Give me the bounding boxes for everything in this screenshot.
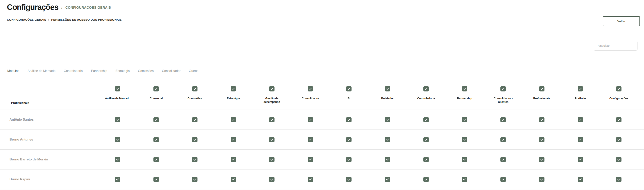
permission-checkbox-antonio-santos-controladoria[interactable]: [424, 117, 429, 122]
back-button[interactable]: Voltar: [603, 16, 640, 26]
permission-checkbox-bruno-barreto-de-morais-consolidador-clientes[interactable]: [500, 157, 506, 162]
breadcrumb-current: PERMISSÕES DE ACESSO DOS PROFISSIONAIS: [51, 18, 122, 21]
column-header-profissionais: Profissionais: [11, 101, 29, 104]
search-input[interactable]: [594, 41, 638, 51]
permission-checkbox-bruno-barreto-de-morais-partnership[interactable]: [462, 157, 467, 162]
permission-checkbox-bruno-antunes-configuracoes[interactable]: [616, 137, 622, 142]
select-all-checkbox-boletador[interactable]: [385, 86, 390, 92]
permission-checkbox-bruno-rapini-estrategia[interactable]: [231, 177, 236, 182]
header-col-bi: BI: [330, 77, 368, 109]
permission-checkbox-antonio-santos-bi[interactable]: [346, 117, 352, 122]
permission-checkbox-antonio-santos-partnership[interactable]: [462, 117, 467, 122]
tab-analise-de-mercado[interactable]: Análise de Mercado: [23, 65, 60, 77]
permission-checkbox-antonio-santos-configuracoes[interactable]: [616, 117, 622, 122]
permission-checkbox-bruno-rapini-consolidador[interactable]: [308, 177, 313, 182]
permission-checkbox-bruno-rapini-consolidador-clientes[interactable]: [500, 177, 506, 182]
permission-cell: [291, 150, 330, 169]
select-all-checkbox-analise-de-mercado[interactable]: [115, 86, 120, 92]
select-all-checkbox-consolidador[interactable]: [308, 86, 313, 92]
permission-checkbox-bruno-barreto-de-morais-configuracoes[interactable]: [616, 157, 622, 162]
permission-checkbox-bruno-barreto-de-morais-comercial[interactable]: [154, 157, 159, 162]
permission-checkbox-bruno-rapini-partnership[interactable]: [462, 177, 467, 182]
permission-cell: [214, 130, 252, 149]
tab-controladoria[interactable]: Controladoria: [60, 65, 87, 77]
tab-modulos[interactable]: Módulos: [3, 65, 23, 77]
permission-checkbox-bruno-rapini-portfolio[interactable]: [578, 177, 583, 182]
permission-checkbox-bruno-antunes-analise-de-mercado[interactable]: [115, 137, 120, 142]
tab-partnership[interactable]: Partnership: [87, 65, 112, 77]
select-all-checkbox-comissoes[interactable]: [192, 86, 198, 92]
permission-checkbox-bruno-barreto-de-morais-estrategia[interactable]: [231, 157, 236, 162]
select-all-checkbox-configuracoes[interactable]: [616, 86, 622, 92]
select-all-checkbox-comercial[interactable]: [154, 86, 159, 92]
permission-checkbox-bruno-antunes-gestao-de-desempenho[interactable]: [269, 137, 274, 142]
select-all-checkbox-portfolio[interactable]: [578, 86, 583, 92]
permission-checkbox-bruno-barreto-de-morais-bi[interactable]: [346, 157, 352, 162]
permission-cell: [98, 170, 137, 189]
permission-checkbox-bruno-antunes-partnership[interactable]: [462, 137, 467, 142]
permission-checkbox-bruno-antunes-estrategia[interactable]: [231, 137, 236, 142]
permission-checkbox-bruno-barreto-de-morais-comissoes[interactable]: [192, 157, 198, 162]
permission-cell: [214, 110, 252, 129]
select-all-checkbox-gestao-de-desempenho[interactable]: [269, 86, 274, 92]
permission-checkbox-bruno-rapini-gestao-de-desempenho[interactable]: [269, 177, 274, 182]
row-permissions: [98, 110, 644, 129]
permission-checkbox-antonio-santos-portfolio[interactable]: [578, 117, 583, 122]
permission-checkbox-antonio-santos-profissionais[interactable]: [539, 117, 544, 122]
permission-checkbox-antonio-santos-gestao-de-desempenho[interactable]: [269, 117, 274, 122]
header-col-consolidador: Consolidador: [291, 77, 330, 109]
select-all-checkbox-controladoria[interactable]: [424, 86, 429, 92]
permission-checkbox-bruno-barreto-de-morais-portfolio[interactable]: [578, 157, 583, 162]
tab-comissoes[interactable]: Comissões: [134, 65, 158, 77]
permission-cell: [561, 170, 600, 189]
permission-checkbox-bruno-antunes-portfolio[interactable]: [578, 137, 583, 142]
permission-checkbox-antonio-santos-consolidador[interactable]: [308, 117, 313, 122]
row-permissions: [98, 130, 644, 149]
table-row-bruno-rapini: Bruno Rapini: [0, 170, 644, 190]
permission-cell: [522, 130, 561, 149]
permission-checkbox-antonio-santos-comercial[interactable]: [154, 117, 159, 122]
permission-checkbox-antonio-santos-consolidador-clientes[interactable]: [500, 117, 506, 122]
permission-cell: [291, 170, 330, 189]
permission-checkbox-bruno-antunes-boletador[interactable]: [385, 137, 390, 142]
column-header-label: Configurações: [610, 97, 628, 100]
permission-checkbox-bruno-antunes-bi[interactable]: [346, 137, 352, 142]
select-all-checkbox-profissionais[interactable]: [539, 86, 544, 92]
select-all-checkbox-estrategia[interactable]: [231, 86, 236, 92]
tab-outros[interactable]: Outros: [185, 65, 202, 77]
permission-checkbox-bruno-antunes-consolidador[interactable]: [308, 137, 313, 142]
column-header-label: Estratégia: [227, 97, 240, 100]
permission-checkbox-bruno-rapini-comercial[interactable]: [154, 177, 159, 182]
permission-checkbox-bruno-barreto-de-morais-gestao-de-desempenho[interactable]: [269, 157, 274, 162]
permission-checkbox-antonio-santos-boletador[interactable]: [385, 117, 390, 122]
select-all-checkbox-bi[interactable]: [346, 86, 352, 92]
professional-name: Antônio Santos: [10, 118, 34, 122]
permission-checkbox-antonio-santos-estrategia[interactable]: [231, 117, 236, 122]
permission-checkbox-bruno-barreto-de-morais-profissionais[interactable]: [539, 157, 544, 162]
permission-checkbox-bruno-rapini-configuracoes[interactable]: [616, 177, 622, 182]
permission-checkbox-bruno-barreto-de-morais-consolidador[interactable]: [308, 157, 313, 162]
permission-checkbox-bruno-antunes-controladoria[interactable]: [424, 137, 429, 142]
permission-checkbox-bruno-rapini-comissoes[interactable]: [192, 177, 198, 182]
permission-checkbox-antonio-santos-comissoes[interactable]: [192, 117, 198, 122]
permission-checkbox-bruno-antunes-profissionais[interactable]: [539, 137, 544, 142]
tab-estrategia[interactable]: Estratégia: [112, 65, 134, 77]
permission-checkbox-bruno-rapini-analise-de-mercado[interactable]: [115, 177, 120, 182]
breadcrumb-section-link[interactable]: CONFIGURAÇÕES GERAIS: [65, 6, 111, 10]
breadcrumb-parent-link[interactable]: CONFIGURAÇÕES GERAIS: [7, 18, 46, 21]
permission-checkbox-bruno-rapini-boletador[interactable]: [385, 177, 390, 182]
tab-consolidador[interactable]: Consolidador: [158, 65, 185, 77]
permission-checkbox-bruno-antunes-consolidador-clientes[interactable]: [500, 137, 506, 142]
select-all-checkbox-consolidador-clientes[interactable]: [500, 86, 506, 92]
permission-checkbox-bruno-antunes-comissoes[interactable]: [192, 137, 198, 142]
permission-checkbox-bruno-rapini-profissionais[interactable]: [539, 177, 544, 182]
permission-checkbox-bruno-rapini-controladoria[interactable]: [424, 177, 429, 182]
permission-checkbox-antonio-santos-analise-de-mercado[interactable]: [115, 117, 120, 122]
permission-cell: [368, 170, 407, 189]
permission-checkbox-bruno-barreto-de-morais-analise-de-mercado[interactable]: [115, 157, 120, 162]
permission-checkbox-bruno-antunes-comercial[interactable]: [154, 137, 159, 142]
select-all-checkbox-partnership[interactable]: [462, 86, 467, 92]
permission-checkbox-bruno-barreto-de-morais-controladoria[interactable]: [424, 157, 429, 162]
permission-checkbox-bruno-barreto-de-morais-boletador[interactable]: [385, 157, 390, 162]
permission-checkbox-bruno-rapini-bi[interactable]: [346, 177, 352, 182]
